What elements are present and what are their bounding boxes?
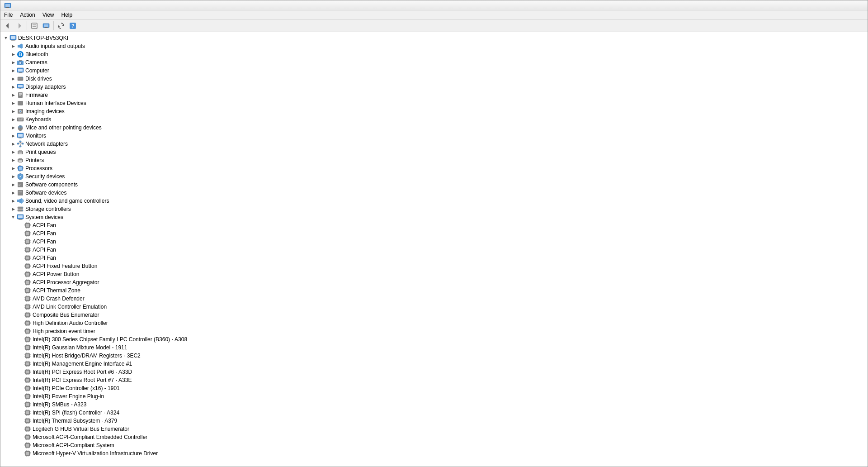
system-device-item-24[interactable]: Intel(R) Thermal Subsystem - A379	[0, 417, 868, 425]
category-item-sound[interactable]: ▶Sound, video and game controllers	[0, 197, 868, 205]
update-driver-button[interactable]	[41, 20, 52, 31]
device-tree-content[interactable]: ▼ DESKTOP-BV53QKI ▶Audio inputs and outp…	[0, 32, 868, 467]
category-item-system[interactable]: ▼System devices	[0, 213, 868, 221]
expand-printers[interactable]: ▶	[9, 157, 17, 164]
category-item-bluetooth[interactable]: ▶BBluetooth	[0, 50, 868, 58]
category-item-network[interactable]: ▶Network adapters	[0, 140, 868, 148]
menu-view[interactable]: View	[39, 10, 58, 19]
system-device-item-15[interactable]: Intel(R) Gaussian Mixture Model - 1911	[0, 343, 868, 352]
system-device-item-20[interactable]: Intel(R) PCIe Controller (x16) - 1901	[0, 384, 868, 392]
category-item-print_queues[interactable]: ▶Print queues	[0, 148, 868, 156]
system-device-item-25[interactable]: Logitech G HUB Virtual Bus Enumerator	[0, 425, 868, 433]
close-button[interactable]	[852, 1, 864, 10]
system-device-item-18[interactable]: Intel(R) PCI Express Root Port #6 - A33D	[0, 368, 868, 376]
system-device-item-3[interactable]: ACPI Fan	[0, 246, 868, 254]
audio-icon	[17, 43, 24, 50]
chip-icon	[24, 287, 31, 294]
system-device-item-17[interactable]: Intel(R) Management Engine Interface #1	[0, 360, 868, 368]
system-device-item-13[interactable]: High precision event timer	[0, 327, 868, 335]
system-device-item-14[interactable]: Intel(R) 300 Series Chipset Family LPC C…	[0, 335, 868, 343]
system-device-item-5[interactable]: ACPI Fixed Feature Button	[0, 262, 868, 270]
category-item-hid[interactable]: ▶Human Interface Devices	[0, 99, 868, 107]
category-item-mice[interactable]: ▶Mice and other pointing devices	[0, 124, 868, 132]
system-device-item-0[interactable]: ACPI Fan	[0, 221, 868, 229]
refresh-button[interactable]	[56, 20, 66, 31]
menu-file[interactable]: File	[0, 10, 16, 19]
category-item-display[interactable]: ▶Display adapters	[0, 83, 868, 91]
restore-button[interactable]	[840, 1, 852, 10]
category-item-printers[interactable]: ▶Printers	[0, 156, 868, 164]
expand-sound[interactable]: ▶	[9, 197, 17, 205]
expand-firmware[interactable]: ▶	[9, 91, 17, 99]
category-item-disk[interactable]: ▶Disk drives	[0, 75, 868, 83]
system-device-item-4[interactable]: ACPI Fan	[0, 254, 868, 262]
system-device-item-1[interactable]: ACPI Fan	[0, 229, 868, 238]
expand-keyboards[interactable]: ▶	[9, 116, 17, 123]
system-device-item-26[interactable]: Microsoft ACPI-Compliant Embedded Contro…	[0, 433, 868, 441]
expand-storage[interactable]: ▶	[9, 205, 17, 213]
expand-processors[interactable]: ▶	[9, 165, 17, 172]
back-button[interactable]	[2, 20, 13, 31]
svg-rect-194	[26, 289, 29, 292]
expand-hid[interactable]: ▶	[9, 100, 17, 107]
root-label: DESKTOP-BV53QKI	[18, 35, 68, 41]
category-item-software_devices[interactable]: ▶Software devices	[0, 189, 868, 197]
expand-audio[interactable]: ▶	[9, 43, 17, 50]
system-device-item-21[interactable]: Intel(R) Power Engine Plug-in	[0, 392, 868, 400]
system-device-item-7[interactable]: ACPI Processor Aggregator	[0, 278, 868, 286]
expand-mice[interactable]: ▶	[9, 124, 17, 131]
expand-security[interactable]: ▶	[9, 173, 17, 180]
expand-display[interactable]: ▶	[9, 83, 17, 91]
category-item-cameras[interactable]: ▶Cameras	[0, 58, 868, 67]
expand-software_components[interactable]: ▶	[9, 181, 17, 188]
system-device-item-9[interactable]: AMD Crash Defender	[0, 295, 868, 303]
system-device-item-28[interactable]: Microsoft Hyper-V Virtualization Infrast…	[0, 449, 868, 457]
category-item-audio[interactable]: ▶Audio inputs and outputs	[0, 42, 868, 50]
expand-bluetooth[interactable]: ▶	[9, 51, 17, 58]
expand-imaging[interactable]: ▶	[9, 108, 17, 115]
system-device-item-8[interactable]: ACPI Thermal Zone	[0, 286, 868, 295]
chip-icon	[24, 271, 31, 278]
expand-network[interactable]: ▶	[9, 140, 17, 148]
system-device-item-19[interactable]: Intel(R) PCI Express Root Port #7 - A33E	[0, 376, 868, 384]
expand-disk[interactable]: ▶	[9, 75, 17, 82]
svg-rect-20	[11, 40, 15, 41]
expand-print_queues[interactable]: ▶	[9, 148, 17, 156]
system-device-item-12[interactable]: High Definition Audio Controller	[0, 319, 868, 327]
category-label-network: Network adapters	[25, 141, 68, 147]
system-device-item-10[interactable]: AMD Link Controller Emulation	[0, 303, 868, 311]
system-device-item-27[interactable]: Microsoft ACPI-Compliant System	[0, 441, 868, 449]
system-device-item-2[interactable]: ACPI Fan	[0, 238, 868, 246]
forward-button[interactable]	[14, 20, 25, 31]
category-item-firmware[interactable]: ▶Firmware	[0, 91, 868, 99]
category-display: ▶Display adapters	[0, 83, 868, 91]
category-label-keyboards: Keyboards	[25, 116, 51, 123]
system-device-item-22[interactable]: Intel(R) SMBus - A323	[0, 400, 868, 409]
menu-help[interactable]: Help	[58, 10, 76, 19]
category-item-computer[interactable]: ▶Computer	[0, 67, 868, 75]
menu-action[interactable]: Action	[16, 10, 38, 19]
svg-rect-50	[17, 118, 24, 121]
system-device-item-23[interactable]: Intel(R) SPI (flash) Controller - A324	[0, 409, 868, 417]
system-device-item-16[interactable]: Intel(R) Host Bridge/DRAM Registers - 3E…	[0, 352, 868, 360]
category-item-storage[interactable]: ▶Storage controllers	[0, 205, 868, 213]
help-button[interactable]: ?	[67, 20, 78, 31]
properties-button[interactable]	[29, 20, 40, 31]
expand-computer[interactable]: ▶	[9, 67, 17, 74]
category-item-security[interactable]: ▶✓Security devices	[0, 172, 868, 181]
expand-cameras[interactable]: ▶	[9, 59, 17, 66]
tree-root[interactable]: ▼ DESKTOP-BV53QKI	[0, 34, 868, 42]
system-device-item-11[interactable]: Composite Bus Enumerator	[0, 311, 868, 319]
category-item-imaging[interactable]: ▶Imaging devices	[0, 107, 868, 115]
expand-system[interactable]: ▼	[9, 214, 17, 221]
root-expand[interactable]: ▼	[2, 34, 9, 42]
minimize-button[interactable]	[828, 1, 840, 10]
category-item-software_components[interactable]: ▶Software components	[0, 181, 868, 189]
system-device-item-6[interactable]: ACPI Power Button	[0, 270, 868, 278]
category-item-monitors[interactable]: ▶Monitors	[0, 132, 868, 140]
category-item-processors[interactable]: ▶Processors	[0, 164, 868, 172]
svg-rect-101	[17, 200, 19, 202]
expand-monitors[interactable]: ▶	[9, 132, 17, 139]
category-item-keyboards[interactable]: ▶Keyboards	[0, 115, 868, 124]
expand-software_devices[interactable]: ▶	[9, 189, 17, 196]
